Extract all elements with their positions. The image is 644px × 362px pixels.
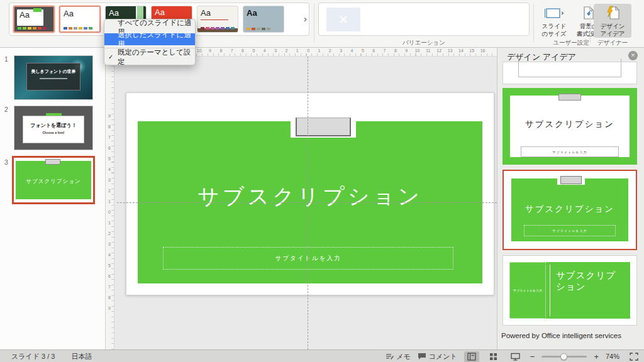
slide3-title: サブスクリプション <box>14 178 93 185</box>
ribbon-separator <box>533 4 534 43</box>
normal-view-icon <box>467 353 476 361</box>
zoom-slider-knob[interactable] <box>560 353 567 360</box>
normal-view-button[interactable] <box>464 351 479 362</box>
designer-group-label: デザイナー <box>594 39 631 47</box>
design-title: サブスクリプション <box>556 270 620 292</box>
slide-thumbnail-3-selected[interactable]: サブスクリプション <box>12 156 95 204</box>
checkmark-icon: ✓ <box>108 53 113 60</box>
slide-thumbnail-panel: 1 美しきフォントの世界 2 フォントを選ぼう！ Choose a font! … <box>0 48 106 349</box>
design-card-side-layout[interactable]: サブタイトルを入力 サブスクリプション <box>502 255 637 326</box>
slide1-subtitle-line <box>40 78 67 79</box>
language-indicator[interactable]: 日本語 <box>72 352 92 361</box>
slide-size-button[interactable]: スライドのサイズ <box>536 4 572 38</box>
theme-thumb-tab <box>33 8 42 12</box>
status-bar: スライド 3 / 3 日本語 メモ コメント <box>0 349 644 362</box>
theme-context-menu: すべてのスライドに適用 選択したスライドに適用 ✓ 既定のテーマとして設定 <box>104 19 196 65</box>
fit-slide-to-window-button[interactable] <box>626 351 641 362</box>
powerpoint-window: Aa Aa Aa Aa Aa Aa <box>0 0 644 362</box>
slide-canvas: 10987654321012345678910111213141516 9876… <box>106 48 497 349</box>
theme-sample-text: Aa <box>201 8 211 18</box>
slide-sorter-view-button[interactable] <box>486 351 501 362</box>
variation-tile[interactable]: ✕ <box>326 8 360 31</box>
ribbon-separator <box>590 4 591 43</box>
ribbon-separator <box>314 4 314 43</box>
theme-sample-text: Aa <box>155 8 165 17</box>
variations-group-label: バリエーション <box>318 39 530 47</box>
gray-tab <box>45 159 60 165</box>
subtitle-placeholder[interactable]: サブタイトルを入力 <box>163 247 453 270</box>
comments-button[interactable]: コメント <box>418 352 457 361</box>
theme-tile-light[interactable]: Aa <box>197 6 238 33</box>
theme-underline <box>201 19 228 20</box>
design-card-green-border[interactable]: サブスクリプション サブタイトルを入力 <box>502 88 637 165</box>
theme-palette-dots <box>18 27 47 30</box>
theme-sample-text: Aa <box>19 10 30 19</box>
design-ideas-panel: デザイン アイデア ✕ サブスクリプション サブタイトルを入力 サブスクリプショ… <box>497 48 644 349</box>
theme-sample-text: Aa <box>247 8 257 18</box>
slideshow-icon <box>511 353 520 361</box>
slide-number: 1 <box>4 55 8 63</box>
slide2-title: フォントを選ぼう！ <box>23 122 84 129</box>
ribbon-design-tab: Aa Aa Aa Aa Aa Aa <box>0 0 644 48</box>
powered-by-label: Powered by Office intelligent services <box>501 332 621 339</box>
theme-gallery-more-chevron-icon[interactable]: › <box>304 13 307 24</box>
notes-icon <box>386 353 394 360</box>
gray-tab <box>560 176 582 184</box>
menu-item-apply-selected[interactable]: 選択したスライドに適用 <box>104 33 195 45</box>
theme-tile-white-selected[interactable]: Aa <box>59 6 101 33</box>
zoom-slider[interactable] <box>541 356 587 358</box>
horizontal-guide[interactable] <box>117 202 497 203</box>
vertical-guide[interactable] <box>308 57 308 349</box>
slide2-subtitle: Choose a font! <box>23 131 84 134</box>
slide1-title: 美しきフォントの世界 <box>27 69 80 74</box>
design-card-selected[interactable]: サブスクリプション サブタイトルを入力 <box>502 170 637 250</box>
design-ideas-button[interactable]: デザインアイデア <box>594 4 631 38</box>
close-panel-icon[interactable]: ✕ <box>628 51 638 60</box>
theme-tile-current[interactable]: Aa <box>13 6 55 33</box>
theme-sample-text: Aa <box>64 9 74 18</box>
slide-number: 2 <box>4 106 8 113</box>
slide-title-text[interactable]: サブスクリプション <box>126 182 494 211</box>
design-title: サブスクリプション <box>504 204 636 215</box>
theme-palette-dots <box>201 27 235 30</box>
gray-tab <box>558 94 581 101</box>
design-ideas-icon <box>605 6 620 21</box>
design-subtitle-placeholder: サブタイトルを入力 <box>524 225 616 236</box>
slide-thumbnail-1[interactable]: 美しきフォントの世界 <box>14 55 93 100</box>
menu-item-set-default-theme[interactable]: ✓ 既定のテーマとして設定 <box>104 51 195 63</box>
main-slide[interactable]: サブスクリプション サブタイトルを入力 <box>126 92 494 295</box>
tab-notch <box>557 175 585 185</box>
theme-tile-blue-gray[interactable]: Aa <box>243 6 284 33</box>
slideshow-view-button[interactable] <box>508 351 523 362</box>
slide-counter: スライド 3 / 3 <box>11 352 55 361</box>
design-title: サブスクリプション <box>503 119 636 130</box>
comments-icon <box>418 353 426 360</box>
design-subtitle-placeholder: サブタイトルを入力 <box>521 146 619 157</box>
design-card-frame <box>518 58 621 77</box>
title-card: フォントを選ぼう！ Choose a font! <box>23 116 84 143</box>
slide-size-icon <box>544 6 564 20</box>
vertical-ruler-numbers: 9876543210123456789 <box>106 111 113 314</box>
slide-sorter-icon <box>489 353 497 361</box>
theme-palette-dots <box>64 27 92 30</box>
zoom-out-button[interactable]: − <box>530 352 535 361</box>
zoom-percentage[interactable]: 74% <box>606 353 619 360</box>
vertical-ruler: 9876543210123456789 <box>106 57 114 349</box>
design-card-partial[interactable] <box>502 62 637 84</box>
tab-notch <box>291 116 356 138</box>
variations-gallery: ✕ <box>318 3 530 36</box>
horizontal-ruler-numbers: 10987654321012345678910111213141516 <box>194 48 488 53</box>
slide-thumbnail-2[interactable]: フォントを選ぼう！ Choose a font! <box>14 106 93 150</box>
zoom-in-button[interactable]: + <box>594 352 599 361</box>
fit-to-window-icon <box>630 353 638 361</box>
design-subtitle-placeholder: サブタイトルを入力 <box>509 262 546 319</box>
slide-number: 3 <box>4 158 8 166</box>
slide-tab-shape[interactable] <box>296 118 351 136</box>
notes-button[interactable]: メモ <box>386 352 411 361</box>
divider-line <box>550 265 550 316</box>
title-box: 美しきフォントの世界 <box>26 63 80 90</box>
theme-palette-dots <box>247 28 270 30</box>
theme-sample-text: Aa <box>109 8 119 18</box>
